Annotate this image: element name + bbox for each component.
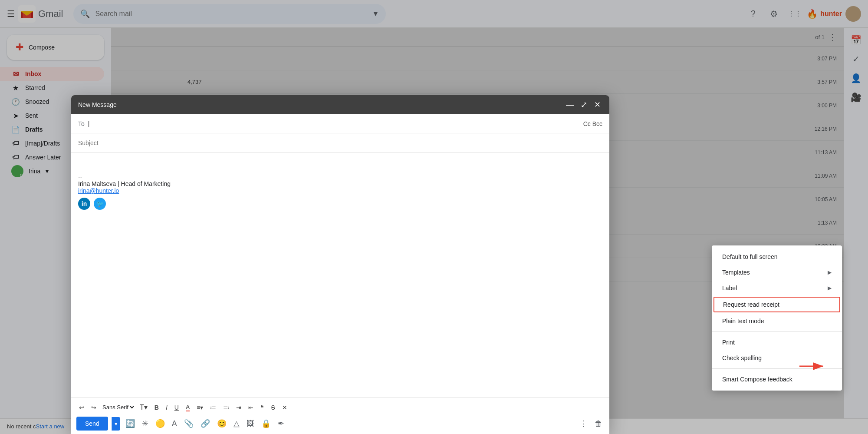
text-color-toolbar-icon[interactable]: A xyxy=(170,417,179,430)
signature-icon[interactable]: ✒ xyxy=(276,417,286,430)
arrow-annotation xyxy=(795,358,830,377)
color-icon[interactable]: 🟡 xyxy=(154,417,167,430)
ai-icon[interactable]: ✳ xyxy=(140,417,150,430)
font-color-button[interactable]: A xyxy=(183,402,192,413)
unordered-list-button[interactable]: ≕ xyxy=(220,402,232,413)
menu-item-label: Templates xyxy=(722,269,750,276)
menu-item-label: Check spelling xyxy=(722,354,762,361)
align-button[interactable]: ≡▾ xyxy=(194,402,206,413)
menu-item-plain-text[interactable]: Plain text mode xyxy=(712,313,842,329)
lock-icon[interactable]: 🔒 xyxy=(260,417,273,430)
menu-item-label: Default to full screen xyxy=(722,253,778,260)
format-bar: ↩ ↪ Sans Serif T▾ B I U A ≡▾ ≔ ≕ ⇥ ⇤ ❝ S… xyxy=(76,401,604,413)
outdent-button[interactable]: ⇤ xyxy=(246,402,256,413)
quote-button[interactable]: ❝ xyxy=(258,402,266,413)
font-select[interactable]: Sans Serif xyxy=(101,404,135,411)
italic-button[interactable]: I xyxy=(163,402,170,413)
schedule-icon[interactable]: 🔄 xyxy=(124,417,137,430)
redo-button[interactable]: ↪ xyxy=(89,402,99,413)
compose-subject-row xyxy=(71,133,609,152)
strikethrough-button[interactable]: S xyxy=(268,402,277,413)
sig-dash: -- xyxy=(78,173,602,180)
sig-social-icons: in 🐦 xyxy=(78,198,602,210)
send-button[interactable]: Send xyxy=(76,417,108,431)
send-label: Send xyxy=(85,420,99,427)
action-bar: Send ▾ 🔄 ✳ 🟡 A 📎 🔗 😊 △ 🖼 🔒 ✒ ⋮ 🗑 xyxy=(76,417,604,431)
minimize-button[interactable]: — xyxy=(564,99,575,110)
menu-item-label: Smart Compose feedback xyxy=(722,376,792,383)
compose-body[interactable]: -- Irina Maltseva | Head of Marketing ir… xyxy=(71,152,609,398)
attachment-icon[interactable]: 📎 xyxy=(182,417,195,430)
close-button[interactable]: ✕ xyxy=(592,99,602,110)
sig-email[interactable]: irina@hunter.io xyxy=(78,187,602,194)
compose-signature: -- Irina Maltseva | Head of Marketing ir… xyxy=(78,173,602,210)
menu-item-default-fullscreen[interactable]: Default to full screen xyxy=(712,249,842,265)
compose-to-row: To Cc Bcc xyxy=(71,114,609,133)
toolbar-right: ⋮ 🗑 xyxy=(578,417,604,430)
more-options-button[interactable]: ⋮ xyxy=(578,417,589,430)
linkedin-icon[interactable]: in xyxy=(78,198,90,210)
menu-item-label: Label xyxy=(722,285,737,292)
delete-draft-button[interactable]: 🗑 xyxy=(593,417,604,430)
menu-item-label: Plain text mode xyxy=(722,318,764,325)
compose-to-label: To xyxy=(78,120,85,127)
expand-button[interactable]: ⤢ xyxy=(579,99,589,110)
undo-button[interactable]: ↩ xyxy=(76,402,87,413)
photo-icon[interactable]: 🖼 xyxy=(245,417,256,430)
compose-subject-input[interactable] xyxy=(78,139,602,146)
emoji-icon[interactable]: 😊 xyxy=(215,417,228,430)
compose-toolbar: ↩ ↪ Sans Serif T▾ B I U A ≡▾ ≔ ≕ ⇥ ⇤ ❝ S… xyxy=(71,398,609,434)
underline-button[interactable]: U xyxy=(172,402,181,413)
compose-to-input[interactable] xyxy=(88,120,583,127)
menu-item-label: Request read receipt xyxy=(723,301,779,308)
twitter-icon[interactable]: 🐦 xyxy=(94,198,106,210)
gmail-background: ☰ Gmail 🔍 ▼ ? ⚙ ⋮⋮ 🔥 xyxy=(0,0,868,434)
menu-divider xyxy=(712,331,842,332)
label-arrow-icon: ▶ xyxy=(828,285,832,291)
heading-button[interactable]: T▾ xyxy=(137,401,150,413)
bold-button[interactable]: B xyxy=(152,402,161,413)
menu-item-templates[interactable]: Templates ▶ xyxy=(712,265,842,280)
compose-window: New Message — ⤢ ✕ To Cc Bcc -- Irina Mal… xyxy=(71,95,609,434)
menu-item-label: Print xyxy=(722,339,735,346)
menu-item-request-read-receipt[interactable]: Request read receipt xyxy=(713,297,840,312)
menu-item-label[interactable]: Label ▶ xyxy=(712,280,842,296)
drive-icon[interactable]: △ xyxy=(232,417,241,430)
compose-title: New Message xyxy=(78,101,564,108)
compose-header: New Message — ⤢ ✕ xyxy=(71,95,609,114)
sig-name: Irina Maltseva | Head of Marketing xyxy=(78,180,602,187)
link-icon[interactable]: 🔗 xyxy=(199,417,212,430)
ordered-list-button[interactable]: ≔ xyxy=(207,402,219,413)
templates-arrow-icon: ▶ xyxy=(828,269,832,275)
compose-cc-bcc[interactable]: Cc Bcc xyxy=(583,120,602,127)
annotation-arrow xyxy=(795,358,830,375)
remove-format-button[interactable]: ✕ xyxy=(279,402,290,413)
compose-controls: — ⤢ ✕ xyxy=(564,99,602,110)
send-dropdown-button[interactable]: ▾ xyxy=(112,417,120,431)
menu-item-print[interactable]: Print xyxy=(712,335,842,350)
indent-button[interactable]: ⇥ xyxy=(233,402,244,413)
